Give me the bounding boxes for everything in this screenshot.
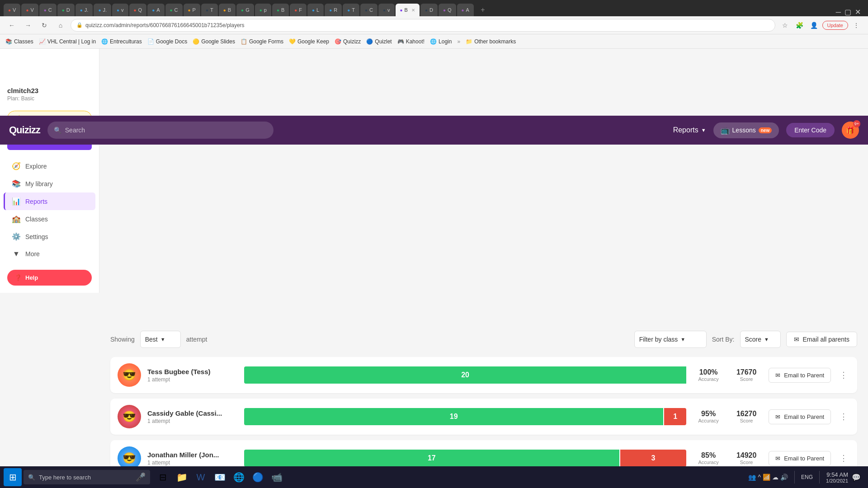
tab-25[interactable]: ●Q — [439, 4, 456, 16]
email-parent-label-1: Email to Parent — [784, 413, 824, 420]
tab-1[interactable]: ●V — [4, 4, 20, 16]
tab-17[interactable]: ●F — [290, 4, 307, 16]
tab-26[interactable]: ●A — [457, 4, 474, 16]
forward-button[interactable]: → — [22, 19, 34, 32]
tab-quizizz-active[interactable]: ● B ✕ — [396, 4, 420, 16]
new-tab-button[interactable]: + — [476, 4, 489, 16]
tab-24[interactable]: ●D — [420, 4, 438, 16]
bookmark-quizlet[interactable]: 🔵Quizlet — [366, 38, 392, 45]
bookmark-google-forms[interactable]: 📋Google Forms — [241, 38, 283, 45]
tab-12[interactable]: ●T — [201, 4, 218, 16]
word-button[interactable]: W — [192, 468, 210, 486]
sort-select[interactable]: Score ▼ — [740, 331, 781, 348]
cloud-icon[interactable]: ☁ — [772, 474, 778, 481]
taskbar-search[interactable]: 🔍 Type here to search 🎤 — [24, 470, 150, 484]
menu-button[interactable]: ⋮ — [850, 19, 863, 32]
tab-15[interactable]: ●p — [255, 4, 271, 16]
sidebar-item-settings[interactable]: ⚙️ Settings — [4, 228, 95, 245]
reload-button[interactable]: ↻ — [38, 19, 51, 32]
more-options-button-2[interactable]: ⋮ — [837, 452, 850, 465]
expand-tray-icon[interactable]: ^ — [758, 474, 761, 481]
email-all-parents-button[interactable]: ✉ Email all parents — [786, 332, 858, 347]
tab-14[interactable]: ●G — [236, 4, 254, 16]
extensions-button[interactable]: 🧩 — [793, 19, 806, 32]
home-button[interactable]: ⌂ — [54, 19, 67, 32]
clock[interactable]: 9:54 AM 1/20/2021 — [826, 471, 848, 483]
more-options-button-1[interactable]: ⋮ — [837, 410, 850, 423]
email-parent-button-0[interactable]: ✉ Email to Parent — [769, 368, 831, 383]
bookmark-entreculturas[interactable]: 🌐Entreculturas — [101, 38, 142, 45]
address-bar[interactable]: 🔒 quizizz.com/admin/reports/600766876166… — [71, 19, 775, 32]
task-view-button[interactable]: ⊟ — [154, 468, 172, 486]
search-bar[interactable]: 🔍 Search — [47, 122, 274, 139]
help-button[interactable]: ❓ Help — [7, 270, 92, 286]
tab-11[interactable]: ●P — [184, 4, 200, 16]
tab-10[interactable]: ●C — [165, 4, 183, 16]
outlook-button[interactable]: 📧 — [211, 468, 229, 486]
people-icon[interactable]: 👥 — [748, 474, 756, 481]
explore-label: Explore — [25, 163, 47, 170]
email-parent-button-2[interactable]: ✉ Email to Parent — [769, 451, 831, 466]
nav-reports-button[interactable]: Reports ▼ — [673, 126, 706, 134]
bookmark-classes[interactable]: 📚Classes — [5, 38, 33, 45]
notification-icon[interactable]: 💬 — [852, 473, 861, 482]
bookmarks-bar: 📚Classes 📈VHL Central | Log in 🌐Entrecul… — [0, 34, 868, 49]
tab-4[interactable]: ●D — [57, 4, 75, 16]
tab-16[interactable]: ●B — [272, 4, 289, 16]
tab-21[interactable]: ●C — [360, 4, 377, 16]
start-button[interactable]: ⊞ — [4, 468, 22, 486]
bookmark-kahoot[interactable]: 🎮Kahoot! — [397, 38, 425, 45]
more-options-button-0[interactable]: ⋮ — [837, 369, 850, 381]
sidebar-item-classes[interactable]: 🏫 Classes — [4, 210, 95, 228]
zoom-button[interactable]: 📹 — [268, 468, 286, 486]
tab-5[interactable]: ●J. — [75, 4, 93, 16]
email-icon-2: ✉ — [775, 455, 780, 462]
bookmark-google-keep[interactable]: 💛Google Keep — [289, 38, 329, 45]
nav-lessons-button[interactable]: 📺 Lessons new — [713, 122, 779, 138]
tab-7[interactable]: ●v — [112, 4, 128, 16]
close-button[interactable]: ✕ — [855, 8, 861, 16]
bookmark-other[interactable]: 📁Other bookmarks — [466, 38, 516, 45]
sidebar-item-library[interactable]: 📚 My library — [4, 175, 95, 192]
tab-18[interactable]: ●L — [307, 4, 324, 16]
tab-19[interactable]: ●R — [325, 4, 342, 16]
star-button[interactable]: ☆ — [779, 19, 792, 32]
gift-button[interactable]: 🎁 9+ — [842, 122, 859, 139]
back-button[interactable]: ← — [5, 19, 18, 32]
maximize-button[interactable]: ▢ — [844, 8, 851, 16]
enter-code-button[interactable]: Enter Code — [786, 123, 835, 137]
file-explorer-button[interactable]: 📁 — [173, 468, 191, 486]
email-icon-0: ✉ — [775, 372, 780, 379]
volume-icon[interactable]: 🔊 — [780, 474, 788, 481]
tab-2[interactable]: ●V — [21, 4, 38, 16]
profile-button[interactable]: 👤 — [808, 19, 821, 32]
tab-22[interactable]: ●v — [378, 4, 395, 16]
update-button[interactable]: Update — [822, 21, 848, 30]
bookmark-google-slides[interactable]: 🟡Google Slides — [193, 38, 235, 45]
bookmark-login[interactable]: 🌐Login — [430, 38, 452, 45]
wifi-icon[interactable]: 📶 — [763, 474, 770, 481]
filter-class-select[interactable]: Filter by class ▼ — [634, 331, 707, 348]
score-bar-2: 17 3 — [244, 450, 686, 467]
ie-button[interactable]: 🔵 — [249, 468, 267, 486]
score-1: 16270 Score — [731, 410, 762, 423]
email-parent-button-1[interactable]: ✉ Email to Parent — [769, 409, 831, 424]
tab-8[interactable]: ●Q — [129, 4, 147, 16]
tab-13[interactable]: ●B — [219, 4, 236, 16]
more-bookmarks[interactable]: » — [457, 38, 460, 45]
microphone-icon[interactable]: 🎤 — [136, 472, 146, 482]
tab-3[interactable]: ●C — [39, 4, 57, 16]
bookmark-google-docs[interactable]: 📄Google Docs — [147, 38, 187, 45]
best-select[interactable]: Best ▼ — [140, 331, 181, 348]
bookmark-vhl[interactable]: 📈VHL Central | Log in — [39, 38, 96, 45]
chrome-button[interactable]: 🌐 — [230, 468, 248, 486]
tab-20[interactable]: ●T — [343, 4, 359, 16]
more-icon: ▼ — [12, 250, 21, 258]
bookmark-quizizz[interactable]: 🎯Quizizz — [335, 38, 361, 45]
tab-9[interactable]: ●A — [147, 4, 164, 16]
sidebar-item-more[interactable]: ▼ More — [4, 245, 95, 263]
sidebar-item-explore[interactable]: 🧭 Explore — [4, 157, 95, 175]
minimize-button[interactable]: ─ — [836, 8, 841, 16]
tab-6[interactable]: ●J. — [94, 4, 111, 16]
sidebar-item-reports[interactable]: 📊 Reports — [4, 192, 95, 210]
